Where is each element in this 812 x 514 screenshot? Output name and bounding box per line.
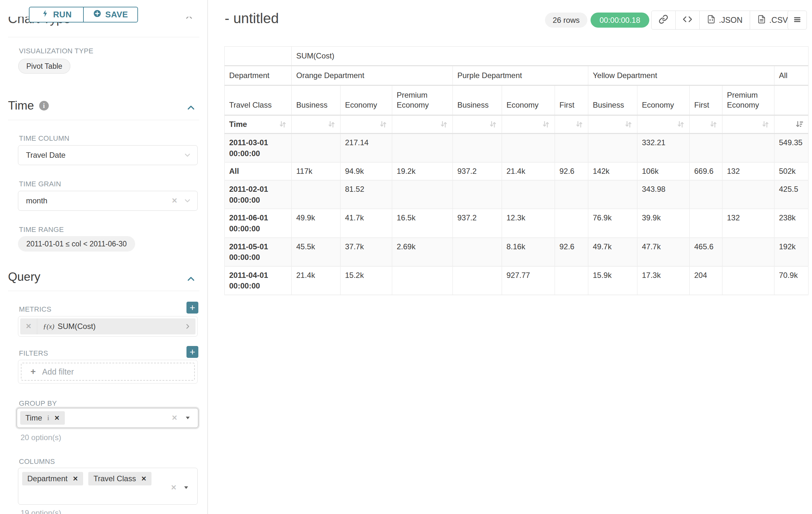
clear-icon[interactable]: ✕	[172, 197, 177, 205]
pivot-cell	[722, 180, 775, 209]
pivot-sort-cell	[555, 115, 588, 134]
pivot-cell: 142k	[588, 162, 637, 180]
pivot-cell: 15.9k	[588, 266, 637, 295]
csv-file-icon	[757, 15, 766, 26]
pivot-group-header: Purple Department	[453, 66, 588, 85]
pivot-cell: 192k	[775, 238, 809, 266]
pivot-data-row: 2011-03-01 00:00:00217.14332.21549.35	[225, 134, 809, 163]
pivot-group-header: Orange Department	[292, 66, 453, 85]
pivot-corner-cell	[225, 47, 292, 66]
control-panel: Chart Type RUN SAVE VISUALIZATION TYPE P…	[0, 0, 208, 514]
sort-button[interactable]	[542, 120, 550, 129]
sort-icon	[676, 120, 685, 129]
function-icon: ƒ(x)	[43, 322, 54, 330]
sort-button[interactable]	[440, 120, 448, 129]
pivot-cell: 669.6	[690, 162, 722, 180]
pivot-cell: 70.9k	[775, 266, 809, 295]
sort-button[interactable]	[624, 120, 633, 129]
pivot-metric-header: SUM(Cost)	[292, 47, 809, 66]
sort-button[interactable]	[575, 120, 583, 129]
pivot-cell: 49.9k	[292, 209, 341, 237]
view-query-button[interactable]	[675, 11, 699, 29]
pivot-cell: 21.4k	[292, 266, 341, 295]
sort-button[interactable]	[279, 120, 287, 129]
sort-button[interactable]	[709, 120, 718, 129]
pivot-col-header: Economy	[341, 85, 392, 115]
more-options-button[interactable]	[788, 10, 807, 30]
sort-icon	[379, 120, 387, 129]
pivot-col-header: Business	[453, 85, 502, 115]
clear-icon[interactable]: ✕	[172, 414, 177, 422]
sort-desc-icon	[795, 120, 804, 129]
link-icon	[659, 15, 668, 26]
add-filter-plus-button[interactable]: +	[186, 346, 198, 358]
pivot-cell: 47.7k	[637, 238, 690, 266]
columns-chip[interactable]: Travel Class ✕	[88, 472, 151, 485]
remove-chip-icon[interactable]: ✕	[72, 475, 78, 483]
pivot-sort-cell	[341, 115, 392, 134]
collapse-query-icon[interactable]	[185, 273, 196, 286]
pivot-cell	[722, 266, 775, 295]
add-filter-button[interactable]: + Add filter	[21, 363, 195, 381]
group-by-chip[interactable]: Time i ✕	[20, 411, 65, 425]
visualization-type-value[interactable]: Pivot Table	[18, 59, 70, 74]
save-button[interactable]: SAVE	[83, 7, 137, 22]
pivot-cell: 41.7k	[341, 209, 392, 237]
pivot-cell: 937.2	[453, 162, 502, 180]
sort-button[interactable]	[761, 120, 770, 129]
export-json-button[interactable]: .JSON	[699, 11, 750, 29]
add-metric-button[interactable]: +	[186, 302, 198, 314]
pivot-cell	[502, 180, 555, 209]
metric-chip[interactable]: ✕ ƒ(x) SUM(Cost)	[20, 318, 196, 334]
pivot-cell: 132	[722, 209, 775, 237]
group-by-select[interactable]: Time i ✕ ✕	[17, 408, 198, 428]
sort-button[interactable]	[379, 120, 387, 129]
sort-button[interactable]	[676, 120, 685, 129]
pivot-cell	[453, 238, 502, 266]
sort-icon	[489, 120, 497, 129]
chevron-right-icon[interactable]	[184, 323, 192, 330]
time-column-label: TIME COLUMN	[19, 134, 69, 143]
pivot-data-row: 2011-02-01 00:00:0081.52343.98425.5	[225, 180, 809, 209]
chart-title[interactable]: - untitled	[225, 10, 279, 26]
query-section-heading: Query	[8, 270, 40, 284]
group-by-options-hint: 20 option(s)	[21, 433, 61, 442]
pivot-cell	[690, 209, 722, 237]
sort-icon	[624, 120, 633, 129]
pivot-cell	[292, 134, 341, 163]
columns-chip[interactable]: Department ✕	[22, 472, 83, 485]
pivot-cell: 17.3k	[637, 266, 690, 295]
remove-metric-icon[interactable]: ✕	[20, 318, 37, 334]
pivot-group-header: Yellow Department	[588, 66, 775, 85]
time-grain-select[interactable]: month ✕	[18, 191, 198, 211]
caret-down-icon[interactable]	[183, 484, 190, 492]
pivot-cell: 502k	[775, 162, 809, 180]
run-button[interactable]: RUN	[30, 7, 83, 22]
pivot-cell	[392, 266, 453, 295]
chevron-down-icon	[183, 151, 192, 159]
pivot-sort-cell	[637, 115, 690, 134]
pivot-col-header: Economy	[502, 85, 555, 115]
sort-button[interactable]	[795, 120, 804, 129]
pivot-subdim-header: Travel Class	[225, 85, 292, 115]
info-icon: i	[47, 414, 49, 422]
clear-icon[interactable]: ✕	[171, 484, 176, 492]
query-timer-badge: 00:00:00.18	[590, 12, 649, 28]
remove-chip-icon[interactable]: ✕	[54, 414, 60, 422]
collapse-time-icon[interactable]	[185, 102, 196, 114]
sort-icon	[279, 120, 287, 129]
share-link-button[interactable]	[651, 11, 675, 29]
pivot-cell: 238k	[775, 209, 809, 237]
remove-chip-icon[interactable]: ✕	[141, 475, 147, 483]
pivot-row-label: 2011-05-01 00:00:00	[225, 238, 292, 266]
info-icon[interactable]: i	[39, 101, 49, 110]
sort-button[interactable]	[489, 120, 497, 129]
pivot-col-header	[775, 85, 809, 115]
time-range-value[interactable]: 2011-01-01 ≤ col < 2011-06-30	[18, 236, 135, 251]
sort-icon	[709, 120, 718, 129]
time-column-select[interactable]: Travel Date	[18, 145, 198, 165]
sort-button[interactable]	[327, 120, 336, 129]
pivot-cell	[690, 180, 722, 209]
caret-down-icon[interactable]	[184, 415, 191, 421]
pivot-cell: 2.69k	[392, 238, 453, 266]
